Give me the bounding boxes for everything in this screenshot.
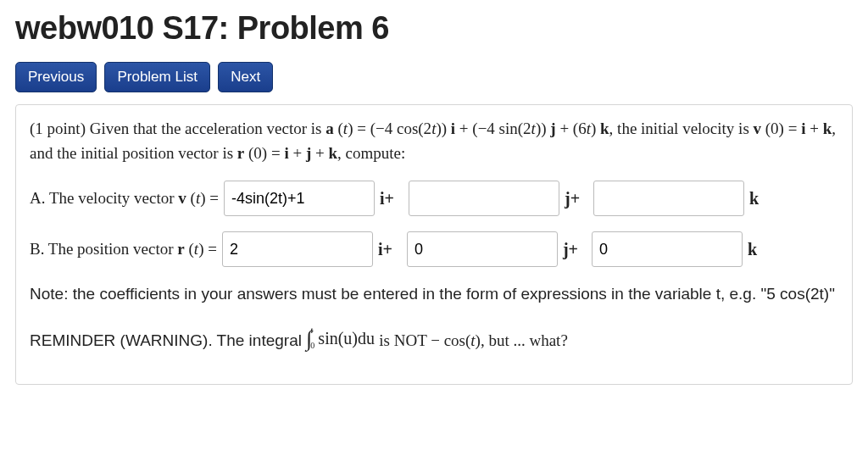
part-a-i-input[interactable] [224, 181, 375, 216]
part-a-row: A. The velocity vector v (t) = i+ j+ k [30, 181, 838, 216]
integral-expression: ∫ t 0 sin(u)du [306, 322, 375, 355]
reminder-prefix: REMINDER (WARNING). The integral [30, 331, 306, 349]
k-label: k [749, 186, 773, 211]
part-b-i-input[interactable] [222, 231, 373, 267]
j-label: j+ [565, 186, 588, 211]
nav-button-row: Previous Problem List Next [15, 62, 853, 92]
part-b-row: B. The position vector r (t) = i+ j+ k [30, 231, 838, 267]
problem-intro: (1 point) Given that the acceleration ve… [30, 117, 838, 165]
reminder-line: REMINDER (WARNING). The integral ∫ t 0 s… [30, 322, 838, 355]
problem-container: (1 point) Given that the acceleration ve… [15, 104, 853, 385]
page-title: webw010 S17: Problem 6 [15, 10, 853, 47]
part-a-j-input[interactable] [409, 181, 559, 216]
previous-button[interactable]: Previous [15, 62, 97, 92]
integral-upper-limit: t [310, 326, 314, 335]
integral-lower-limit: 0 [310, 342, 314, 350]
i-label: i+ [378, 236, 402, 262]
entry-note: Note: the coefficients in your answers m… [30, 282, 838, 307]
next-button[interactable]: Next [218, 62, 273, 92]
part-b-label: B. The position vector r (t) = [30, 237, 217, 262]
problem-list-button[interactable]: Problem List [104, 62, 209, 92]
part-b-k-input[interactable] [592, 231, 743, 267]
part-a-label: A. The velocity vector v (t) = [30, 186, 219, 211]
k-label: k [748, 236, 771, 262]
part-b-j-input[interactable] [407, 231, 558, 267]
part-a-k-input[interactable] [593, 181, 744, 216]
i-label: i+ [380, 186, 403, 211]
j-label: j+ [563, 236, 587, 262]
